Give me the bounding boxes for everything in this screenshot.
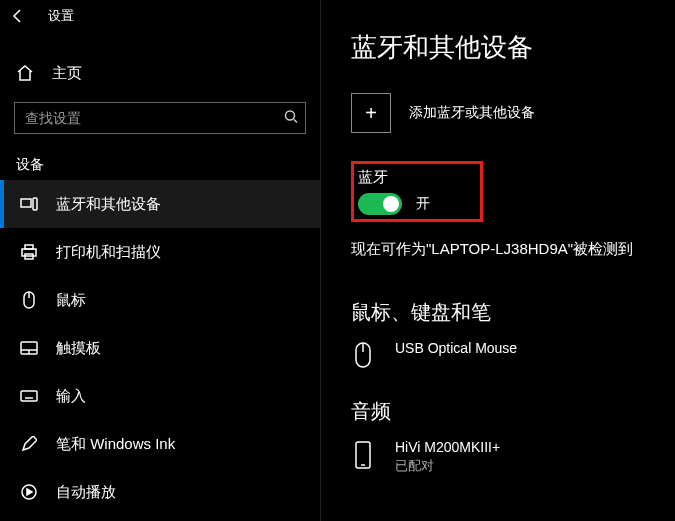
group-title-mouse: 鼠标、键盘和笔: [351, 299, 675, 326]
sidebar-item-label: 蓝牙和其他设备: [56, 195, 161, 214]
sidebar-item-label: 自动播放: [56, 483, 116, 502]
touchpad-icon: [20, 341, 38, 355]
device-item-mouse[interactable]: USB Optical Mouse: [351, 340, 675, 368]
phone-icon: [351, 441, 375, 469]
pen-icon: [20, 436, 38, 452]
home-nav[interactable]: 主页: [0, 50, 320, 96]
sidebar-item-typing[interactable]: 输入: [0, 372, 320, 420]
bluetooth-label: 蓝牙: [358, 168, 430, 187]
group-title-audio: 音频: [351, 398, 675, 425]
sidebar-item-label: 打印机和扫描仪: [56, 243, 161, 262]
page-title: 蓝牙和其他设备: [351, 30, 675, 65]
sidebar-item-autoplay[interactable]: 自动播放: [0, 468, 320, 516]
svg-rect-11: [21, 391, 37, 401]
arrow-left-icon: [10, 8, 26, 24]
section-label: 设备: [0, 134, 320, 180]
plus-icon: +: [351, 93, 391, 133]
sidebar-item-label: 触摸板: [56, 339, 101, 358]
svg-rect-2: [33, 198, 37, 210]
add-device-button[interactable]: + 添加蓝牙或其他设备: [351, 93, 675, 133]
printer-icon: [20, 244, 38, 260]
search-icon: [284, 110, 298, 127]
nav-list: 蓝牙和其他设备 打印机和扫描仪 鼠标 触摸板 输入 笔和 Windows Ink…: [0, 180, 320, 516]
autoplay-icon: [20, 484, 38, 500]
svg-point-0: [286, 111, 295, 120]
svg-rect-4: [25, 245, 33, 249]
svg-rect-1: [21, 199, 31, 207]
toggle-knob: [383, 196, 399, 212]
sidebar-item-mouse[interactable]: 鼠标: [0, 276, 320, 324]
sidebar-item-touchpad[interactable]: 触摸板: [0, 324, 320, 372]
search-input[interactable]: [14, 102, 306, 134]
home-icon: [16, 64, 34, 82]
device-name: USB Optical Mouse: [395, 340, 517, 356]
device-name: HiVi M200MKIII+: [395, 439, 500, 455]
sidebar-item-label: 鼠标: [56, 291, 86, 310]
devices-icon: [20, 197, 38, 211]
bluetooth-toggle[interactable]: [358, 193, 402, 215]
mouse-icon: [351, 342, 375, 368]
sidebar-item-label: 输入: [56, 387, 86, 406]
device-status: 已配对: [395, 457, 500, 475]
device-item-audio[interactable]: HiVi M200MKIII+ 已配对: [351, 439, 675, 475]
home-label: 主页: [52, 64, 82, 83]
svg-rect-20: [356, 442, 370, 468]
discoverable-text: 现在可作为"LAPTOP-LJ38HD9A"被检测到: [351, 240, 675, 259]
sidebar-item-pen[interactable]: 笔和 Windows Ink: [0, 420, 320, 468]
sidebar-item-label: 笔和 Windows Ink: [56, 435, 175, 454]
sidebar-item-printers[interactable]: 打印机和扫描仪: [0, 228, 320, 276]
back-button[interactable]: [8, 6, 28, 26]
toggle-state-label: 开: [416, 195, 430, 213]
bluetooth-toggle-highlight: 蓝牙 开: [351, 161, 483, 222]
app-title: 设置: [48, 7, 74, 25]
mouse-icon: [20, 291, 38, 309]
svg-rect-3: [22, 249, 36, 256]
add-device-label: 添加蓝牙或其他设备: [409, 104, 535, 122]
sidebar-item-bluetooth[interactable]: 蓝牙和其他设备: [0, 180, 320, 228]
keyboard-icon: [20, 390, 38, 402]
